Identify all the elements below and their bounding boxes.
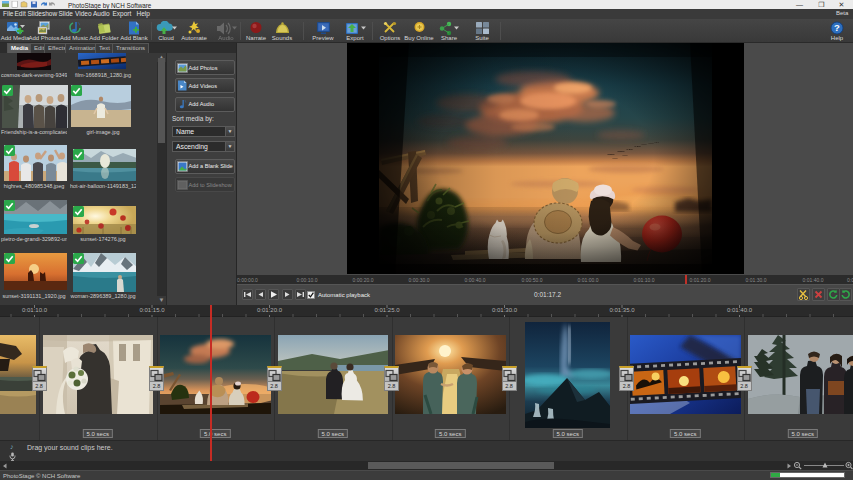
svg-text:?: ? xyxy=(834,22,840,33)
